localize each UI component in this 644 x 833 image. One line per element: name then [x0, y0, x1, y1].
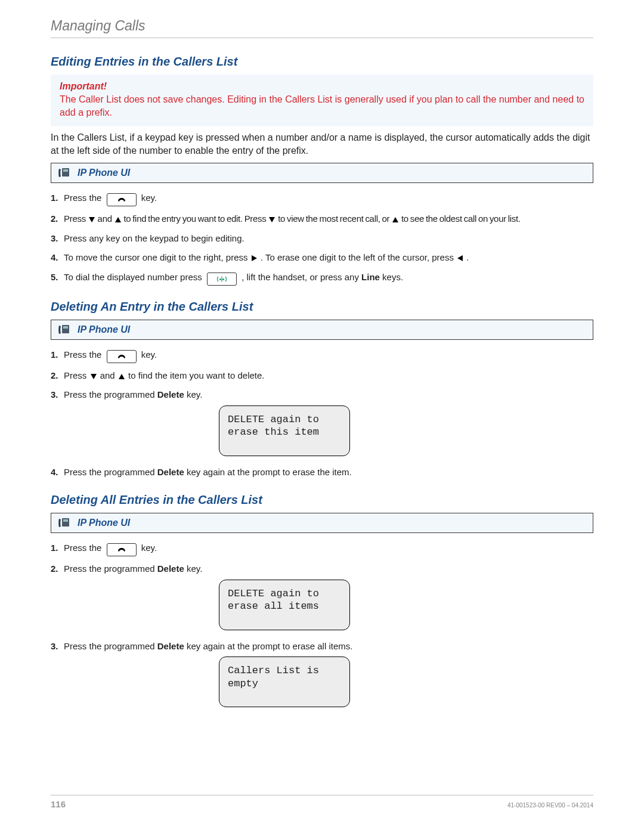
- step-text: .: [466, 252, 469, 262]
- ip-phone-ui-label: IP Phone UI: [78, 518, 130, 528]
- step-text: to view the most recent call, or: [278, 213, 391, 224]
- ip-phone-ui-box-3: IP Phone UI: [51, 513, 593, 533]
- step: To move the cursor one digit to the righ…: [51, 251, 593, 265]
- lcd-display: DELETE again to erase all items: [219, 580, 350, 630]
- step-text: Press: [64, 213, 88, 224]
- step-text: key.: [184, 563, 203, 574]
- delete-keyword: Delete: [157, 467, 184, 477]
- section1-body: In the Callers List, if a keypad key is …: [51, 131, 593, 157]
- section-delete-all-title: Deleting All Entries in the Callers List: [51, 493, 593, 507]
- step: Press the key.: [51, 348, 593, 363]
- step-text: Press the: [64, 543, 104, 553]
- up-arrow-icon: [392, 217, 398, 222]
- step: Press the programmed Delete key again at…: [51, 640, 593, 708]
- svg-rect-8: [63, 519, 68, 522]
- lcd-line: DELETE again to: [228, 587, 341, 600]
- left-arrow-icon: [457, 255, 463, 261]
- section2-steps: Press the key. Press and to find the ite…: [51, 348, 593, 479]
- lcd-line: erase this item: [228, 426, 341, 438]
- step-text: to find the entry you want to edit. Pres…: [123, 213, 268, 224]
- step-text: Press the programmed: [64, 467, 157, 477]
- step-text: keys.: [380, 272, 403, 282]
- important-box: Important! The Caller List does not save…: [51, 75, 593, 126]
- step-text: key again at the prompt to erase the ite…: [184, 467, 352, 477]
- important-label: Important!: [60, 81, 584, 92]
- lcd-line: empty: [228, 677, 341, 690]
- page: Managing Calls Editing Entries in the Ca…: [0, 0, 644, 833]
- step-text: Press any key on the keypad to begin edi…: [64, 233, 244, 243]
- step-text: and: [100, 370, 117, 380]
- svg-rect-2: [219, 278, 221, 280]
- svg-rect-1: [63, 169, 68, 172]
- step-text: key.: [141, 543, 157, 553]
- line-keyword: Line: [361, 272, 380, 282]
- important-text: The Caller List does not save changes. E…: [60, 93, 584, 119]
- page-title: Managing Calls: [51, 18, 593, 38]
- step-text: key.: [141, 349, 157, 360]
- ip-phone-ui-label: IP Phone UI: [78, 324, 130, 335]
- lcd-line: erase all items: [228, 600, 341, 612]
- lcd-line: Callers List is: [228, 664, 341, 677]
- step-text: Press the programmed: [64, 641, 157, 651]
- delete-keyword: Delete: [157, 389, 184, 400]
- step: Press any key on the keypad to begin edi…: [51, 232, 593, 246]
- ip-phone-ui-box-2: IP Phone UI: [51, 320, 593, 340]
- step-text: To dial the displayed number press: [64, 272, 205, 282]
- lcd-display: Callers List is empty: [219, 657, 350, 707]
- lcd-line: DELETE again to: [228, 413, 341, 426]
- lcd-display: DELETE again to erase this item: [219, 405, 350, 456]
- svg-rect-4: [222, 278, 224, 280]
- step-text: Press the: [64, 193, 104, 203]
- step-text: key.: [184, 389, 203, 400]
- ip-phone-icon: [57, 167, 72, 179]
- step: Press the programmed Delete key. DELETE …: [51, 388, 593, 456]
- dial-key: [207, 272, 237, 286]
- step-text: To move the cursor one digit to the righ…: [64, 252, 250, 262]
- delete-keyword: Delete: [157, 641, 184, 651]
- down-arrow-icon: [91, 374, 97, 379]
- section-editing-title: Editing Entries in the Callers List: [51, 55, 593, 69]
- step: Press the programmed Delete key. DELETE …: [51, 562, 593, 630]
- callers-key: [107, 350, 137, 363]
- up-arrow-icon: [119, 374, 125, 379]
- step-text: Press the programmed: [64, 563, 157, 574]
- step: Press the programmed Delete key again at…: [51, 466, 593, 479]
- section-delete-entry-title: Deleting An Entry in the Callers List: [51, 300, 593, 314]
- page-number: 116: [51, 799, 66, 809]
- step: Press and to find the entry you want to …: [51, 212, 593, 226]
- step-text: to see the oldest call on your list.: [401, 213, 521, 224]
- down-arrow-icon: [269, 217, 275, 222]
- step: Press and to find the item you want to d…: [51, 369, 593, 383]
- step-text: key.: [141, 193, 157, 203]
- step-text: Press: [64, 370, 89, 380]
- ip-phone-icon: [57, 324, 72, 336]
- delete-keyword: Delete: [157, 563, 184, 574]
- step-text: key again at the prompt to erase all ite…: [184, 641, 353, 651]
- right-arrow-icon: [252, 255, 257, 261]
- step: To dial the displayed number press , lif…: [51, 271, 593, 286]
- down-arrow-icon: [89, 217, 95, 222]
- up-arrow-icon: [115, 217, 121, 222]
- callers-key: [107, 193, 137, 206]
- callers-key: [107, 543, 137, 556]
- svg-rect-6: [63, 326, 68, 329]
- document-id: 41-001523-00 REV00 – 04.2014: [507, 802, 593, 809]
- ip-phone-ui-label: IP Phone UI: [78, 168, 130, 178]
- step-text: , lift the handset, or press any: [242, 272, 361, 282]
- ip-phone-icon: [57, 517, 72, 529]
- step-text: Press the: [64, 349, 104, 360]
- step-text: Press the programmed: [64, 389, 157, 400]
- step: Press the key.: [51, 541, 593, 556]
- step-text: and: [98, 213, 114, 224]
- step: Press the key.: [51, 191, 593, 206]
- step-text: . To erase one digit to the left of the …: [261, 252, 456, 262]
- section1-steps: Press the key. Press and to find the ent…: [51, 191, 593, 286]
- step-text: to find the item you want to delete.: [128, 370, 264, 380]
- ip-phone-ui-box-1: IP Phone UI: [51, 163, 593, 183]
- section3-steps: Press the key. Press the programmed Dele…: [51, 541, 593, 707]
- page-footer: 116 41-001523-00 REV00 – 04.2014: [51, 795, 593, 809]
